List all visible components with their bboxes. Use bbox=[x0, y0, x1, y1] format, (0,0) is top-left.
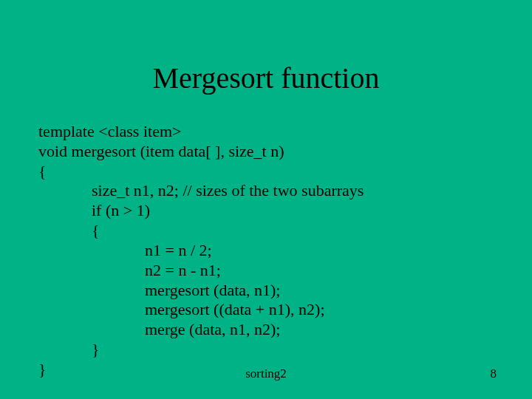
code-line: if (n > 1) bbox=[38, 201, 497, 221]
code-line: } bbox=[38, 340, 497, 360]
code-line: mergesort ((data + n1), n2); bbox=[38, 300, 497, 320]
code-line: merge (data, n1, n2); bbox=[38, 320, 497, 340]
code-line: template <class item> bbox=[38, 122, 497, 142]
footer-label: sorting2 bbox=[0, 366, 532, 381]
code-line: n1 = n / 2; bbox=[38, 241, 497, 261]
page-number: 8 bbox=[491, 366, 497, 381]
slide: Mergesort function template <class item>… bbox=[0, 0, 532, 399]
code-line: n2 = n - n1; bbox=[38, 261, 497, 281]
code-line: void mergesort (item data[ ], size_t n) bbox=[38, 142, 497, 162]
code-line: { bbox=[38, 162, 497, 182]
code-line: mergesort (data, n1); bbox=[38, 281, 497, 301]
code-line: size_t n1, n2; // sizes of the two subar… bbox=[38, 181, 497, 201]
code-block: template <class item> void mergesort (it… bbox=[38, 122, 497, 380]
slide-title: Mergesort function bbox=[0, 61, 532, 95]
code-line: { bbox=[38, 221, 497, 241]
